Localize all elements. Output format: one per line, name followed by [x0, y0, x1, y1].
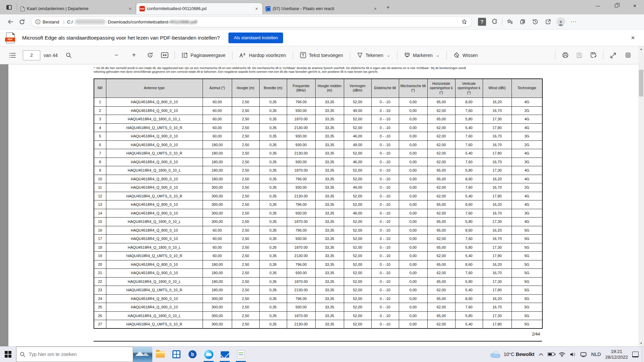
page-number-input[interactable]	[23, 50, 40, 60]
action-center-button[interactable]	[632, 352, 639, 357]
cast-indicator[interactable]	[580, 352, 587, 357]
vertical-scrollbar[interactable]: ▲ ▼	[638, 46, 644, 346]
weather-widget[interactable]: 10°C Bewolkt	[490, 351, 534, 358]
save-button[interactable]	[574, 50, 585, 61]
scroll-down-button[interactable]: ▼	[638, 341, 644, 346]
table-of-contents-button[interactable]	[7, 50, 18, 61]
blue-grid-app-button[interactable]	[168, 347, 184, 362]
tab-userbase[interactable]: (57) Userbase - Plaats een reacti ✕	[262, 3, 381, 14]
blurred-filename: 00110686.pdf	[170, 19, 197, 24]
fullscreen-button[interactable]	[607, 50, 619, 61]
table-cell: 2130.00	[287, 320, 315, 329]
add-text-button[interactable]: Tekst toevoegen	[297, 50, 346, 60]
minimize-button[interactable]: —	[589, 0, 607, 11]
new-tab-button[interactable]: +	[384, 3, 392, 12]
restore-button[interactable]	[607, 0, 626, 11]
pdf-settings-button[interactable]	[622, 50, 634, 61]
history-button[interactable]	[530, 16, 541, 27]
table-cell: 796.00	[287, 260, 315, 269]
favorites-button[interactable]	[504, 16, 515, 27]
refresh-icon	[19, 19, 25, 25]
mail-taskbar-button[interactable]	[217, 347, 233, 362]
table-cell: HAQU4518R4_Q_900_0_10	[106, 132, 203, 141]
table-cell: 2,50	[232, 166, 259, 175]
network-indicator[interactable]	[559, 352, 565, 357]
table-row: 19HAQU4518R4_Q_UMTS_0_10_R60,002,500,352…	[94, 252, 542, 260]
zoom-out-button[interactable]: −	[111, 50, 122, 61]
table-cell: 1870.00	[287, 166, 315, 175]
collections-button[interactable]	[517, 16, 528, 27]
set-default-button[interactable]: Als standaard instellen	[228, 33, 283, 43]
profile-button[interactable]	[555, 16, 566, 27]
taskbar-search[interactable]	[16, 347, 133, 362]
search-document-button[interactable]	[63, 50, 74, 61]
volume-indicator[interactable]	[570, 352, 576, 357]
table-cell: 0,35	[259, 226, 287, 235]
news-widget-thumbnail[interactable]	[133, 347, 152, 362]
tab-close-button[interactable]: ✕	[254, 6, 260, 12]
language-indicator[interactable]: NLD	[591, 352, 601, 357]
notes-taskbar-button[interactable]	[233, 347, 249, 362]
draw-button[interactable]: Tekenen ⌄	[354, 50, 393, 60]
tab-actions-button[interactable]	[4, 2, 14, 12]
start-button[interactable]	[0, 347, 16, 362]
table-header-cell: Elektrische tilt	[371, 79, 399, 98]
page-view-icon	[181, 52, 188, 58]
table-cell: 33,35	[315, 175, 344, 183]
back-button[interactable]	[5, 16, 16, 27]
refresh-button[interactable]	[16, 16, 28, 27]
print-button[interactable]	[559, 50, 571, 61]
info-icon[interactable]	[35, 19, 41, 24]
address-bar[interactable]: Bestand | C:/ Downloads/conformiteitsatt…	[31, 16, 472, 27]
table-cell: 16,70	[483, 106, 512, 115]
taskbar: b 10°C Bewolkt NLD	[0, 346, 644, 362]
share-button[interactable]	[543, 16, 553, 27]
page-view-button[interactable]: Paginaweergave	[179, 50, 228, 60]
file-explorer-button[interactable]	[152, 347, 168, 362]
search-input[interactable]	[29, 352, 119, 357]
table-cell: 52,00	[344, 277, 371, 286]
table-cell: 52,00	[344, 149, 371, 158]
tab-kaart-zendantennes[interactable]: Kaart zendantennes | Departeme ✕	[17, 3, 136, 14]
chevron-down-icon[interactable]: ⌄	[387, 53, 390, 58]
erase-button[interactable]: Wissen	[451, 50, 481, 60]
table-cell: HAQU4518R4_Q_900_0_10	[106, 158, 203, 166]
tab-close-button[interactable]: ✕	[127, 6, 133, 12]
add-favorite-star-icon[interactable]	[461, 18, 468, 25]
read-aloud-button[interactable]: Hardop voorlezen	[236, 50, 289, 60]
table-cell: 0 - -10	[371, 218, 399, 226]
notification-close-button[interactable]: ✕	[628, 33, 638, 43]
table-cell: 65,00	[427, 260, 455, 269]
table-cell: 16,70	[483, 235, 512, 243]
table-cell: 930.00	[287, 209, 315, 218]
edge-taskbar-button[interactable]	[201, 347, 217, 362]
expand-icon	[610, 52, 616, 58]
tray-time: 19:21	[605, 349, 628, 354]
help-button[interactable]: ?	[477, 16, 487, 27]
tab-close-button[interactable]: ✕	[372, 6, 378, 12]
table-cell: 52,00	[344, 200, 371, 209]
close-window-button[interactable]: ✕	[626, 0, 644, 11]
table-cell: 17	[94, 235, 106, 243]
question-mark-icon: ?	[478, 18, 486, 26]
extensions-button[interactable]	[489, 16, 500, 27]
table-cell: 17,80	[483, 123, 512, 132]
scrollbar-thumb[interactable]	[639, 70, 643, 97]
show-desktop-button[interactable]	[642, 347, 644, 362]
round-blue-app-icon: b	[189, 350, 197, 358]
scroll-up-button[interactable]: ▲	[638, 46, 644, 52]
fit-to-width-button[interactable]	[159, 50, 170, 61]
zoom-in-button[interactable]: +	[128, 50, 140, 61]
tray-overflow-button[interactable]	[539, 353, 543, 356]
save-as-button[interactable]	[588, 50, 599, 61]
rotate-button[interactable]	[144, 50, 156, 61]
blue-round-app-button[interactable]: b	[184, 347, 201, 362]
clock[interactable]: 19:21 28/12/2022	[605, 349, 628, 360]
table-cell: 0,00	[399, 140, 427, 149]
chevron-down-icon[interactable]: ⌄	[436, 53, 440, 58]
battery-indicator[interactable]	[548, 353, 554, 356]
settings-menu-button[interactable]: ···	[568, 16, 579, 27]
pdf-viewport[interactable]: *: De tilt die hier vermeld wordt is een…	[0, 64, 638, 346]
tab-conformiteitsattest-active[interactable]: PDF conformiteitsattest-00110686.pd ✕	[136, 3, 262, 14]
highlight-button[interactable]: Markeren ⌄	[401, 50, 442, 60]
